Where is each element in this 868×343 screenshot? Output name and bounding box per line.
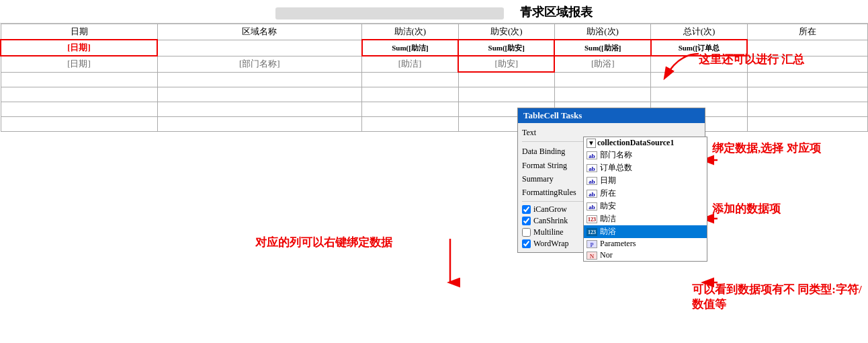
arrow-1	[652, 50, 705, 84]
top-banner: 青求区域报表	[0, 0, 868, 24]
header-row: 日期 区域名称 助洁(次) 助安(次) 助浴(次) 总计(次) 所在	[1, 24, 868, 40]
data-jiean: [助安]	[458, 56, 554, 72]
panel-title: TableCell Tasks	[518, 108, 705, 123]
expand-icon[interactable]: ▼	[587, 139, 596, 148]
report-table: 日期 区域名称 助洁(次) 助安(次) 助浴(次) 总计(次) 所在 [日期] …	[0, 24, 868, 132]
can-grow-label: iCanGrow	[533, 204, 567, 215]
tree-item-label-3: 所在	[600, 188, 616, 199]
tree-item-label-6: 助浴	[600, 226, 616, 237]
sum-jiezao: Sum([助浴]	[554, 40, 650, 56]
icon-ab-4: ab	[587, 190, 597, 198]
header-jiejie: 助洁(次)	[362, 24, 458, 40]
empty-row-4	[1, 116, 868, 131]
tree-item-dingdanzongsu[interactable]: ab 订单总数	[584, 161, 707, 174]
annotation-2: 绑定数据,选择 对应项	[712, 141, 821, 156]
tree-item-label-2: 日期	[600, 175, 616, 186]
dropdown-root: ▼ collectionDataSource1	[584, 137, 707, 149]
can-shrink-checkbox[interactable]	[522, 217, 531, 225]
icon-ab-3: ab	[587, 177, 597, 185]
tree-item-label-0: 部门名称	[600, 149, 632, 161]
data-jiezao: [助浴]	[554, 56, 650, 72]
data-date: [日期]	[1, 56, 157, 72]
multiline-label: Multiline	[533, 227, 564, 237]
datasource-dropdown: ▼ collectionDataSource1 ab 部门名称 ab 订单总数 …	[583, 137, 707, 262]
arrow-3	[430, 235, 470, 289]
icon-ab-1: ab	[587, 151, 597, 159]
page-title: 青求区域报表	[520, 5, 593, 19]
tree-item-zhuzao[interactable]: 123 助浴	[584, 225, 707, 238]
empty-row-2	[1, 87, 868, 102]
annotation-3: 对应的列可以右键绑定数据	[255, 235, 392, 250]
multiline-checkbox[interactable]	[522, 228, 531, 237]
blur-bar	[275, 7, 504, 20]
header-jiean: 助安(次)	[458, 24, 554, 40]
sum-jiean: Sum([助安]	[458, 40, 554, 56]
can-grow-checkbox[interactable]	[522, 205, 531, 214]
can-shrink-label: CanShrink	[533, 216, 568, 226]
tree-item-suozai[interactable]: ab 所在	[584, 187, 707, 200]
tree-item-label-4: 助安	[600, 200, 616, 212]
arrow-5	[699, 276, 719, 289]
annotation-1: 这里还可以进行 汇总	[699, 52, 804, 67]
tree-item-bumenmingcheng[interactable]: ab 部门名称	[584, 149, 707, 161]
nor-label: Nor	[600, 250, 613, 260]
params-label: Parameters	[600, 239, 636, 249]
date-cell-summary: [日期]	[1, 40, 157, 56]
header-region: 区域名称	[157, 24, 362, 40]
empty-row-1	[1, 72, 868, 87]
dropdown-title: collectionDataSource1	[597, 138, 674, 148]
icon-123-2: 123	[587, 228, 597, 236]
sum-jiejie: Sum([助洁]	[362, 40, 458, 56]
icon-123-1: 123	[587, 215, 597, 223]
annotation-4: 添加的数据项	[712, 202, 781, 217]
word-wrap-checkbox[interactable]	[522, 239, 531, 248]
tree-item-zhujie[interactable]: 123 助洁	[584, 213, 707, 225]
icon-ab-5: ab	[587, 202, 597, 211]
report-area: 日期 区域名称 助洁(次) 助安(次) 助浴(次) 总计(次) 所在 [日期] …	[0, 24, 868, 132]
icon-ab-2: ab	[587, 164, 597, 172]
tree-item-riqi[interactable]: ab 日期	[584, 174, 707, 187]
tree-item-nor[interactable]: N Nor	[584, 250, 707, 261]
data-dept: [部门名称]	[157, 56, 362, 72]
header-jiezao: 助浴(次)	[554, 24, 650, 40]
icon-param: P	[587, 240, 597, 248]
tree-item-zhuan[interactable]: ab 助安	[584, 200, 707, 213]
header-total: 总计(次)	[651, 24, 747, 40]
tree-item-label-1: 订单总数	[600, 162, 632, 174]
data-jiejie: [助洁]	[362, 56, 458, 72]
icon-nor: N	[587, 252, 597, 260]
region-cell-summary	[157, 40, 362, 56]
word-wrap-label: WordWrap	[533, 239, 569, 249]
header-suozai: 所在	[747, 24, 867, 40]
empty-row-3	[1, 102, 868, 116]
header-date: 日期	[1, 24, 157, 40]
tree-item-label-5: 助洁	[600, 213, 616, 225]
tree-item-params[interactable]: P Parameters	[584, 238, 707, 250]
